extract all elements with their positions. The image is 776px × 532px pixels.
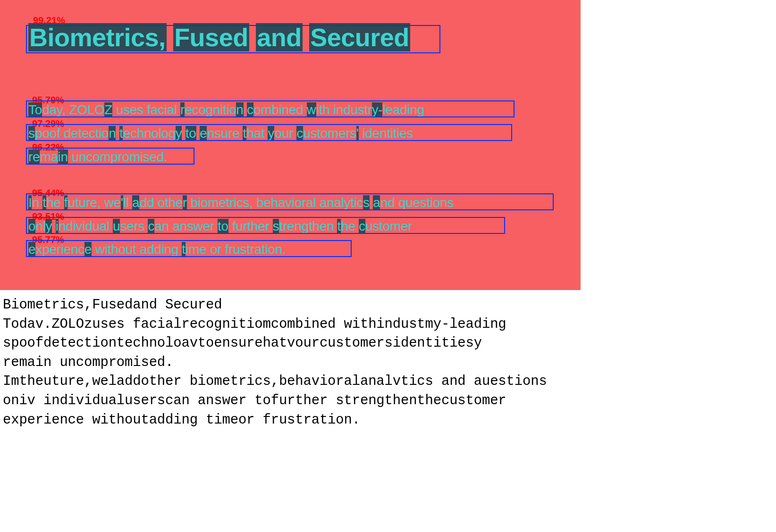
heading-word-2: and — [256, 23, 303, 51]
paragraph-2: 95.44% In the future, we'll add other bi… — [28, 191, 552, 261]
page-heading: Biometrics, Fused and Secured — [28, 24, 552, 51]
source-panel: 99.21% Biometrics, Fused and Secured 95.… — [0, 0, 581, 290]
p1-l2: spoof detection technology to ensure tha… — [28, 126, 413, 141]
p2-l3: experience without adding time or frustr… — [28, 242, 286, 257]
heading-word-0: Biometrics, — [28, 23, 167, 51]
heading-word-1: Fused — [173, 23, 249, 51]
paragraph-1: 95.79% Today, ZOLOZ uses facial recognit… — [28, 99, 552, 168]
ocr-output: Biometrics,Fusedand Secured Todav.ZOLOzu… — [0, 290, 776, 435]
p1-l3: remain uncompromised. — [28, 150, 167, 164]
p2-l1: In the future, we'll add other biometric… — [28, 195, 454, 210]
p1-l1: Today, ZOLOZ uses facial recognition com… — [28, 102, 424, 117]
heading-word-3: Secured — [309, 23, 410, 51]
p2-l2: only individual users can answer to furt… — [28, 219, 412, 233]
